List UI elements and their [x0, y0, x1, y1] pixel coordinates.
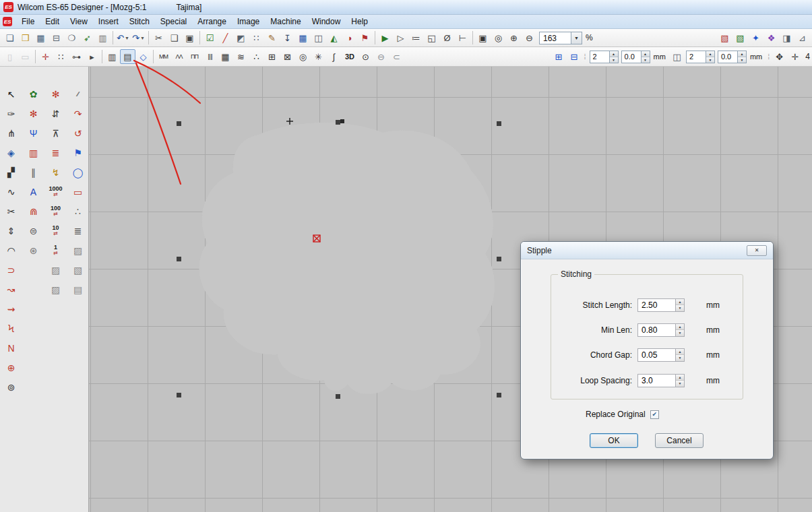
column-tool-icon[interactable]: Ψ	[25, 125, 42, 141]
wave-fill-icon[interactable]: ≋	[233, 49, 249, 64]
spin-up-icon[interactable]: ▲	[738, 51, 746, 57]
spin-down-icon[interactable]: ▼	[676, 354, 684, 361]
zigzag-stitch-icon[interactable]: ΛΛ	[171, 49, 187, 64]
menu-arrange[interactable]: Arrange	[192, 15, 232, 28]
zoom-1-1-icon[interactable]: ◎	[491, 30, 506, 45]
menu-insert[interactable]: Insert	[93, 15, 124, 28]
motif-tool-icon[interactable]: ✻	[25, 105, 42, 122]
motif-fill-icon[interactable]: ∴	[249, 49, 264, 64]
thumbnail-view-icon[interactable]: ◱	[424, 30, 439, 45]
spin-down-icon[interactable]: ▼	[676, 305, 684, 311]
travel-dots-icon[interactable]: ∷	[53, 49, 69, 64]
satin-stitch-icon[interactable]: ΜΜ	[156, 49, 171, 64]
zigzag-run-tool-icon[interactable]: Ϟ	[3, 320, 20, 337]
closed-object-tool-icon[interactable]: ◈	[3, 144, 20, 161]
texture-d-icon[interactable]: ▧	[69, 261, 87, 278]
send-to-machine-icon[interactable]: ➶	[80, 30, 95, 45]
spiral-tool-icon[interactable]: ⊚	[3, 379, 20, 395]
spin-up-icon[interactable]: ▲	[610, 51, 618, 57]
wave-run-tool-icon[interactable]: ⇝	[3, 300, 20, 317]
grid-offset-x-stepper[interactable]: 0.0▲▼	[621, 51, 650, 63]
cancel-button[interactable]: Cancel	[655, 433, 704, 448]
show-grid-icon[interactable]: ⊞	[551, 49, 567, 64]
preset-1000[interactable]: 1000⇄	[46, 183, 66, 200]
measure-tool-icon[interactable]: ⇕	[3, 222, 20, 239]
curve-tool-icon[interactable]: ⊃	[3, 261, 20, 278]
spin-up-icon[interactable]: ▲	[676, 324, 684, 330]
insert-point-tool-icon[interactable]: ⊕	[3, 359, 20, 376]
tatami-fill-icon[interactable]: ∥∥	[202, 49, 218, 64]
auto-select-icon[interactable]: ☑	[202, 30, 218, 45]
paste-icon[interactable]: ▣	[182, 30, 197, 45]
fabric-display-icon[interactable]: ▧	[732, 30, 748, 45]
star-fill-icon[interactable]: ✳	[311, 49, 326, 64]
zoom-value[interactable]: 163	[539, 32, 571, 44]
sequin-run-icon[interactable]: ⊙	[358, 49, 373, 64]
spray-tool-icon[interactable]: ∴	[69, 203, 87, 220]
embroidery-design[interactable]	[199, 123, 495, 393]
knife-icon[interactable]: ╱	[218, 30, 233, 45]
spin-up-icon[interactable]: ▲	[676, 299, 684, 305]
start-end-icon[interactable]: ⊶	[69, 49, 84, 64]
loop-spacing-input[interactable]	[637, 374, 675, 387]
flower-fill-tool-icon[interactable]: ✿	[25, 86, 42, 102]
spin-down-icon[interactable]: ▼	[738, 57, 746, 63]
menu-help[interactable]: Help	[346, 15, 373, 28]
layers-tool-icon[interactable]: ≣	[47, 144, 65, 161]
combo-arrow-icon[interactable]: ▼	[571, 32, 582, 44]
spin-up-icon[interactable]: ▲	[642, 51, 650, 57]
new-design-icon[interactable]: ❏	[2, 30, 18, 45]
spin-up-icon[interactable]: ▲	[706, 51, 714, 57]
e-stitch-icon[interactable]: ΠΠ	[187, 49, 202, 64]
freehand-select-tool-icon[interactable]: ✑	[3, 105, 20, 122]
thread-palette-icon[interactable]: ▧	[717, 30, 732, 45]
pin-icon[interactable]: ↧	[280, 30, 295, 45]
zoom-out-icon[interactable]: ⊖	[522, 30, 537, 45]
toolbar-overflow-icon[interactable]: ⊿	[794, 30, 810, 45]
parallel-tool-icon[interactable]: ∥	[25, 164, 42, 181]
hatch-lines-tool-icon[interactable]: ∕∕	[69, 86, 87, 102]
preset-1[interactable]: 1⇄	[46, 242, 66, 259]
texture-c-icon[interactable]: ▨	[69, 242, 87, 259]
replace-original-checkbox[interactable]: ✔	[650, 410, 659, 419]
dotted-box-icon[interactable]: ∷	[249, 30, 264, 45]
arc-cw-tool-icon[interactable]: ↷	[69, 105, 87, 122]
document-icon[interactable]: ES	[3, 17, 12, 26]
grid-fill-icon[interactable]: ▦	[295, 30, 311, 45]
satin-column-tool-icon[interactable]: ▥	[25, 144, 42, 161]
stitch-sequence-icon[interactable]: ▥	[104, 49, 120, 64]
save-design-icon[interactable]: ▦	[33, 30, 49, 45]
stipple-dialog-titlebar[interactable]: Stipple ✕	[521, 242, 773, 259]
select-tool-icon[interactable]: ↖	[3, 86, 20, 102]
selection-handle[interactable]	[497, 393, 501, 397]
hatch-box-icon[interactable]: ◩	[233, 30, 249, 45]
selection-handle[interactable]	[177, 121, 181, 126]
swap-colors-tool-icon[interactable]: ⇵	[47, 105, 65, 122]
density-tool-icon[interactable]: ⊼	[47, 125, 65, 141]
stitch-list-icon[interactable]: ≔	[408, 30, 424, 45]
menu-file[interactable]: File	[16, 15, 40, 28]
chord-gap-spinner[interactable]: ▲▼	[675, 348, 685, 362]
flag-icon[interactable]: ⚑	[357, 30, 373, 45]
texture-e-icon[interactable]: ▤	[69, 281, 87, 298]
spin-down-icon[interactable]: ▼	[676, 380, 684, 387]
small-motif-tool-icon[interactable]: ✻	[47, 86, 65, 102]
mirror-tool-icon[interactable]: ◨	[779, 30, 794, 45]
texture-b-icon[interactable]: ▨	[47, 281, 65, 298]
run-stitch-tool-icon[interactable]: ∿	[3, 183, 20, 200]
triple-run-tool-icon[interactable]: Ν	[3, 340, 20, 356]
ruler-icon[interactable]: ⊢	[455, 30, 470, 45]
print-icon[interactable]: ⊟	[49, 30, 64, 45]
slow-redraw-icon[interactable]: ▸	[84, 49, 100, 64]
overlap-windows-icon[interactable]: ◫	[311, 30, 326, 45]
menu-window[interactable]: Window	[307, 15, 346, 28]
measure-icon[interactable]: Ø	[439, 30, 455, 45]
zoom-combo[interactable]: 163▼%	[539, 32, 593, 44]
object-properties-icon[interactable]: ✦	[748, 30, 763, 45]
grid-spacing-y-value[interactable]: 2	[686, 51, 706, 63]
buttonhole-tool-icon[interactable]: ⊜	[25, 222, 42, 239]
spin-down-icon[interactable]: ▼	[642, 57, 650, 63]
cross-stitch-icon[interactable]: ⊞	[264, 49, 280, 64]
loop-tool-icon[interactable]: ⊂	[389, 49, 404, 64]
monogram-tool-icon[interactable]: ⋒	[25, 203, 42, 220]
